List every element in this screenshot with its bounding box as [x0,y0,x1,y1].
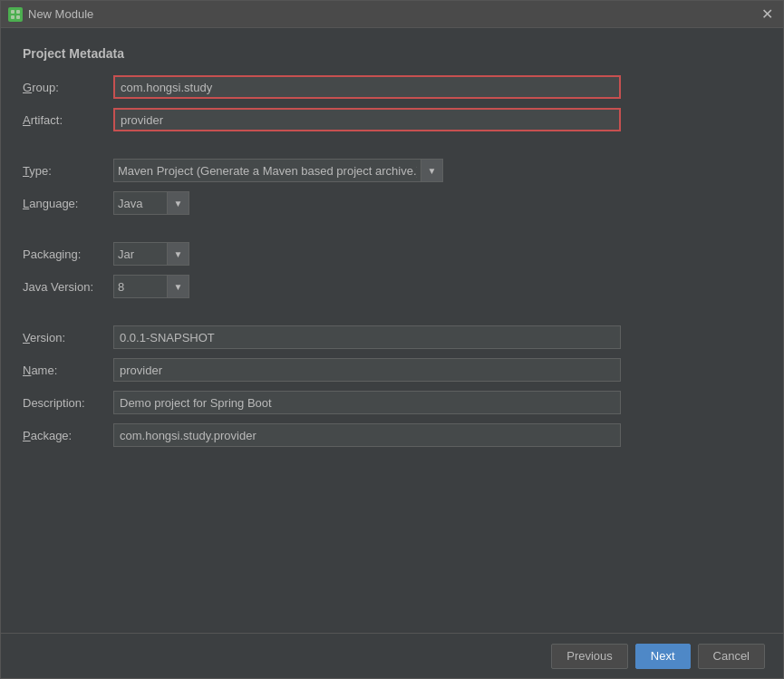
group-input[interactable] [113,75,621,99]
section-title: Project Metadata [23,46,761,61]
window-title: New Module [28,7,758,21]
group-label: Group: [23,81,113,94]
packaging-label: Packaging: [23,247,113,261]
packaging-dropdown-arrow[interactable]: ▼ [168,242,189,266]
language-row: Language: Java Kotlin Groovy ▼ [23,191,761,215]
java-version-select[interactable]: 8 11 17 [113,275,168,298]
java-version-label: Java Version: [23,280,113,294]
java-version-dropdown-arrow[interactable]: ▼ [168,275,189,298]
close-button[interactable]: ✕ [758,5,776,24]
artifact-row: Artifact: [23,108,761,131]
description-label: Description: [23,396,113,410]
name-label: Name: [23,364,113,377]
dialog-footer: Previous Next Cancel [1,633,783,678]
name-row: Name: [23,358,761,382]
artifact-input[interactable] [113,108,621,131]
content-area: Project Metadata Group: Artifact: Type: … [1,28,783,633]
cancel-button[interactable]: Cancel [698,644,765,669]
type-dropdown-arrow[interactable]: ▼ [421,159,443,182]
svg-rect-2 [11,15,15,19]
previous-button[interactable]: Previous [551,644,628,669]
svg-rect-0 [11,10,15,14]
new-module-window: New Module ✕ Project Metadata Group: Art… [0,0,784,679]
packaging-select-wrapper: Jar War ▼ [113,242,189,266]
language-select-wrapper: Java Kotlin Groovy ▼ [113,191,189,215]
language-label: Language: [23,197,113,210]
language-select[interactable]: Java Kotlin Groovy [113,191,168,215]
svg-rect-3 [16,15,20,19]
next-button[interactable]: Next [635,644,691,669]
java-version-row: Java Version: 8 11 17 ▼ [23,275,761,298]
type-select[interactable]: Maven Project (Generate a Maven based pr… [113,159,421,182]
package-input[interactable] [113,423,621,447]
type-row: Type: Maven Project (Generate a Maven ba… [23,159,761,182]
artifact-label: Artifact: [23,113,113,127]
version-row: Version: [23,325,761,349]
description-row: Description: [23,391,761,414]
name-input[interactable] [113,358,621,382]
language-dropdown-arrow[interactable]: ▼ [168,191,189,215]
package-row: Package: [23,423,761,447]
type-label: Type: [23,164,113,178]
packaging-select[interactable]: Jar War [113,242,168,266]
window-icon [8,7,23,22]
packaging-row: Packaging: Jar War ▼ [23,242,761,266]
version-label: Version: [23,331,113,344]
svg-rect-1 [16,10,20,14]
version-input[interactable] [113,325,621,349]
title-bar: New Module ✕ [1,1,783,28]
java-version-select-wrapper: 8 11 17 ▼ [113,275,189,298]
type-select-wrapper: Maven Project (Generate a Maven based pr… [113,159,443,182]
package-label: Package: [23,429,113,442]
description-input[interactable] [113,391,621,414]
group-row: Group: [23,75,761,99]
